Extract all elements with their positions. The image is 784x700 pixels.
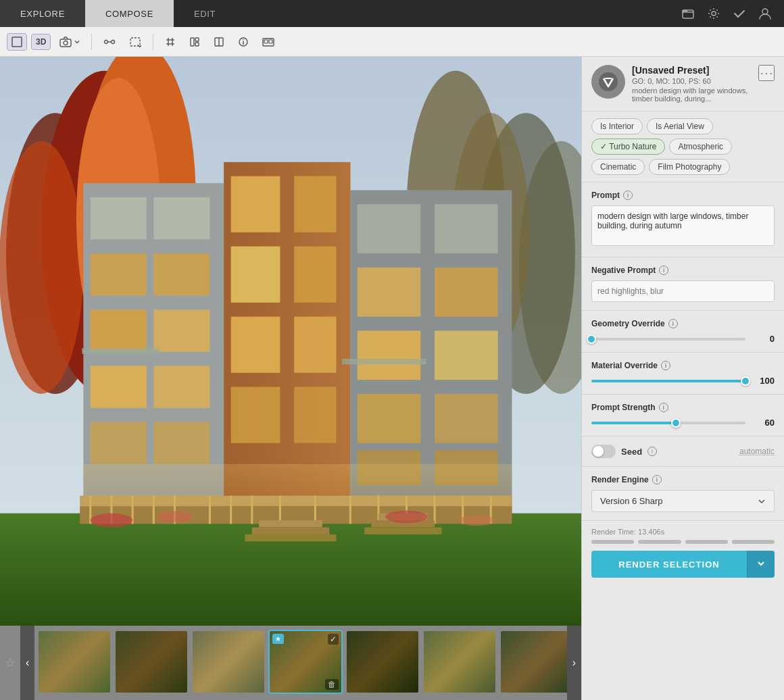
negative-prompt-label: Negative Prompt i bbox=[591, 266, 775, 275]
transform-button[interactable] bbox=[99, 33, 120, 51]
checkmark-icon-btn[interactable] bbox=[733, 7, 746, 20]
seed-label: Seed bbox=[621, 447, 642, 457]
prompt-strength-label-text: Prompt Strength bbox=[591, 403, 656, 412]
render-engine-select[interactable]: Version 6 Sharp bbox=[591, 490, 775, 512]
svg-rect-49 bbox=[294, 176, 336, 232]
svg-rect-8 bbox=[130, 38, 140, 46]
tag-film-photography[interactable]: Film Photography bbox=[649, 159, 730, 175]
svg-rect-14 bbox=[195, 38, 199, 41]
thumbnail-6[interactable] bbox=[422, 630, 497, 694]
render-engine-value: Version 6 Sharp bbox=[600, 496, 663, 506]
seed-toggle[interactable] bbox=[591, 445, 616, 458]
svg-point-5 bbox=[64, 41, 68, 45]
svg-rect-42 bbox=[91, 366, 147, 407]
negative-prompt-info-icon[interactable]: i bbox=[659, 266, 668, 275]
turbo-nature-check: ✓ bbox=[600, 142, 609, 151]
render-dropdown-button[interactable] bbox=[747, 551, 775, 578]
tag-cinematic[interactable]: Cinematic bbox=[591, 159, 645, 175]
render-engine-info-icon[interactable]: i bbox=[652, 475, 662, 484]
svg-rect-3 bbox=[12, 37, 22, 47]
prompt-label: Prompt i bbox=[591, 191, 775, 200]
canvas-image[interactable] bbox=[0, 57, 581, 626]
render-selection-button[interactable]: RENDER SELECTION bbox=[591, 551, 747, 578]
settings-icon bbox=[707, 7, 720, 20]
thumbnail-5[interactable] bbox=[345, 630, 420, 694]
svg-rect-37 bbox=[153, 197, 210, 239]
material-override-slider[interactable] bbox=[591, 380, 745, 382]
grid-button[interactable] bbox=[160, 33, 180, 51]
tags-row: Is Interior Is Aerial View ✓ Turbo Natur… bbox=[582, 111, 784, 182]
geometry-override-slider[interactable] bbox=[591, 338, 745, 341]
thumb-bg-3 bbox=[193, 631, 264, 693]
negative-prompt-input[interactable] bbox=[591, 280, 775, 302]
material-override-value: 100 bbox=[751, 376, 775, 386]
settings-icon-btn[interactable] bbox=[707, 7, 720, 20]
chevron-down-icon bbox=[74, 39, 80, 45]
prompt-strength-slider[interactable] bbox=[591, 422, 745, 424]
toolbar: 3D bbox=[0, 27, 784, 57]
info-button[interactable] bbox=[233, 33, 253, 51]
folder-icon-btn[interactable] bbox=[681, 7, 695, 20]
user-icon-btn[interactable] bbox=[758, 7, 772, 20]
thumb-bg-2 bbox=[116, 631, 187, 693]
svg-rect-54 bbox=[231, 387, 280, 443]
svg-rect-15 bbox=[195, 43, 199, 46]
tag-atmospheric[interactable]: Atmospheric bbox=[669, 139, 732, 155]
render-btn-row: RENDER SELECTION bbox=[591, 551, 775, 578]
prompt-label-text: Prompt bbox=[591, 191, 620, 200]
geometry-override-info-icon[interactable]: i bbox=[668, 319, 678, 328]
building-scene bbox=[0, 57, 581, 626]
gallery-icon bbox=[262, 36, 274, 47]
svg-rect-23 bbox=[269, 40, 272, 43]
separator bbox=[91, 34, 92, 50]
prompt-info-icon[interactable]: i bbox=[623, 191, 633, 200]
svg-point-94 bbox=[385, 511, 427, 524]
camera-button[interactable] bbox=[55, 33, 84, 51]
3d-button[interactable]: 3D bbox=[31, 34, 51, 50]
thumb-check-icon: ✓ bbox=[328, 634, 339, 645]
thumb-nav-prev[interactable]: ‹ bbox=[20, 626, 34, 700]
render-engine-label-text: Render Engine bbox=[591, 475, 649, 484]
nav-tab-explore[interactable]: EXPLORE bbox=[0, 0, 85, 27]
nav-tab-compose[interactable]: COMPOSE bbox=[85, 0, 174, 27]
turbo-nature-label: Turbo Nature bbox=[609, 142, 656, 151]
svg-rect-57 bbox=[358, 204, 421, 253]
thumbnail-7[interactable] bbox=[499, 630, 566, 694]
seed-info-icon[interactable]: i bbox=[647, 447, 657, 456]
prompt-strength-slider-row: 60 bbox=[591, 418, 775, 428]
prompt-strength-info-icon[interactable]: i bbox=[659, 403, 668, 412]
select-button[interactable] bbox=[124, 33, 146, 51]
thumbnail-1[interactable] bbox=[37, 630, 112, 694]
camera-icon bbox=[59, 36, 72, 47]
svg-rect-58 bbox=[435, 204, 498, 253]
transform-icon bbox=[103, 36, 116, 47]
svg-rect-91 bbox=[83, 464, 512, 506]
split-button[interactable] bbox=[209, 33, 229, 51]
geometry-thumb[interactable] bbox=[587, 334, 596, 344]
tag-turbo-nature[interactable]: ✓ Turbo Nature bbox=[591, 139, 665, 155]
svg-rect-63 bbox=[358, 394, 421, 443]
material-thumb[interactable] bbox=[741, 376, 750, 386]
frame-button[interactable] bbox=[7, 33, 27, 51]
tag-is-interior[interactable]: Is Interior bbox=[591, 118, 643, 134]
material-override-info-icon[interactable]: i bbox=[661, 361, 670, 370]
preset-more-button[interactable]: ⋯ bbox=[758, 65, 775, 81]
user-icon bbox=[758, 7, 772, 20]
thumbnail-2[interactable] bbox=[114, 630, 189, 694]
prompt-textarea[interactable]: modern design with large windows, timber… bbox=[591, 205, 775, 246]
thumb-nav-next[interactable]: › bbox=[567, 626, 581, 700]
checkmark-icon bbox=[733, 7, 746, 20]
thumbnail-3[interactable] bbox=[191, 630, 266, 694]
svg-point-98 bbox=[599, 72, 618, 91]
nav-right-icons bbox=[681, 0, 784, 27]
geometry-override-value: 0 bbox=[751, 334, 775, 344]
layout-button[interactable] bbox=[185, 33, 205, 51]
preset-name: [Unsaved Preset] bbox=[632, 65, 752, 76]
prompt-strength-thumb[interactable] bbox=[671, 418, 681, 428]
nav-tab-edit[interactable]: EDIT bbox=[174, 0, 236, 27]
render-time: Render Time: 13.406s bbox=[591, 528, 775, 536]
tag-is-aerial-view[interactable]: Is Aerial View bbox=[647, 118, 713, 134]
gallery-button[interactable] bbox=[258, 33, 279, 51]
progress-bar-2 bbox=[638, 540, 681, 544]
thumbnail-4-active[interactable]: ★ ✓ 🗑 bbox=[268, 630, 343, 694]
